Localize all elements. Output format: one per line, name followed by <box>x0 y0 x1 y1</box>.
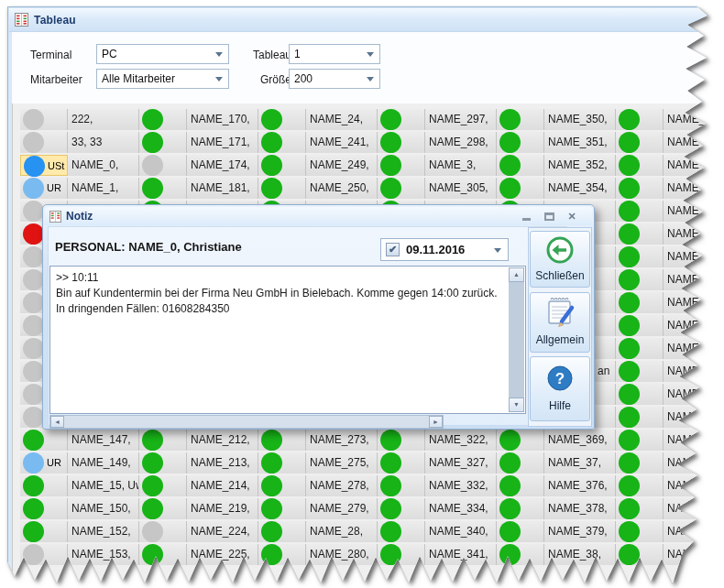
status-cell[interactable] <box>497 452 544 474</box>
status-cell[interactable]: USt <box>20 155 68 176</box>
status-cell[interactable] <box>616 407 664 428</box>
employee-name-cell[interactable]: NAME_376, <box>544 475 616 496</box>
employee-name-cell[interactable]: 222, <box>68 109 139 130</box>
status-cell[interactable] <box>20 544 68 565</box>
status-cell[interactable] <box>378 132 425 153</box>
status-cell[interactable] <box>139 452 187 474</box>
status-cell[interactable] <box>139 498 187 519</box>
employee-name-cell[interactable]: NAME_435, <box>664 521 724 542</box>
status-cell[interactable] <box>258 132 306 153</box>
employee-name-cell[interactable]: NAME_170, <box>187 109 258 130</box>
tableau-titlebar[interactable]: Tableau <box>9 8 707 32</box>
status-cell[interactable] <box>378 430 425 451</box>
status-cell[interactable] <box>378 109 425 130</box>
employee-name-cell[interactable]: NAME_387, <box>664 109 724 130</box>
status-cell[interactable] <box>497 521 544 542</box>
employee-name-cell[interactable]: NAME_241, <box>306 132 378 153</box>
employee-name-cell[interactable]: NAME_278, <box>306 475 378 496</box>
employee-name-cell[interactable]: NAME_147, <box>68 430 139 451</box>
vertical-scrollbar[interactable]: ▲ ▼ <box>509 267 524 412</box>
status-cell[interactable] <box>139 475 187 496</box>
employee-name-cell[interactable]: NAME_4, P <box>664 201 724 222</box>
status-cell[interactable] <box>616 544 664 565</box>
schliessen-button[interactable]: Schließen <box>530 231 590 288</box>
employee-name-cell[interactable]: NAME_428, <box>664 452 724 474</box>
employee-name-cell[interactable]: NAME_430, <box>664 475 724 496</box>
employee-name-cell[interactable]: NAME_414, <box>664 361 724 382</box>
status-cell[interactable] <box>20 521 68 542</box>
employee-name-cell[interactable]: NAME_1, <box>68 178 139 199</box>
employee-name-cell[interactable]: NAME_420, <box>664 430 724 451</box>
employee-name-cell[interactable]: NAME_350, <box>544 109 616 130</box>
status-cell[interactable] <box>258 452 306 474</box>
status-cell[interactable] <box>616 338 664 359</box>
date-checkbox[interactable]: ✔ <box>386 243 400 256</box>
terminal-select[interactable]: PC <box>96 44 229 64</box>
employee-name-cell[interactable]: NAME_171, <box>187 132 258 153</box>
employee-name-cell[interactable]: NAME_297, <box>425 109 497 130</box>
employee-name-cell[interactable]: NAME_354, <box>544 178 616 199</box>
employee-name-cell[interactable]: NAME_405, <box>664 269 724 290</box>
employee-name-cell[interactable]: NAME_24, <box>306 109 378 130</box>
employee-name-cell[interactable]: NAME_38, <box>544 544 616 565</box>
scroll-right-icon[interactable]: ► <box>429 416 443 428</box>
status-cell[interactable] <box>258 521 306 542</box>
status-cell[interactable] <box>258 178 306 199</box>
employee-name-cell[interactable]: NAME_174, <box>187 155 258 176</box>
employee-name-cell[interactable]: NAME_352, <box>544 155 616 176</box>
status-cell[interactable] <box>616 315 664 336</box>
employee-name-cell[interactable]: NAME_351, <box>544 132 616 153</box>
employee-name-cell[interactable]: NAME_0, <box>68 155 139 176</box>
status-cell[interactable] <box>616 109 664 130</box>
status-cell[interactable] <box>616 475 664 496</box>
status-cell[interactable]: UR <box>20 178 68 199</box>
employee-name-cell[interactable]: NAME_407, <box>664 292 724 313</box>
employee-name-cell[interactable]: NAME_279, <box>306 498 378 519</box>
status-cell[interactable] <box>616 498 664 519</box>
status-cell[interactable] <box>20 475 68 496</box>
employee-name-cell[interactable]: NAME_275, <box>306 452 378 474</box>
employee-name-cell[interactable]: NAME_334, <box>425 498 497 519</box>
status-cell[interactable] <box>497 178 544 199</box>
employee-name-cell[interactable]: NAME_212, <box>187 430 258 451</box>
employee-name-cell[interactable]: NAME_391, <box>664 155 724 176</box>
employee-name-cell[interactable]: NAME_369, <box>544 430 616 451</box>
scroll-down-icon[interactable]: ▼ <box>509 397 524 412</box>
employee-name-cell[interactable]: NAME_437, <box>664 544 724 565</box>
status-cell[interactable] <box>20 498 68 519</box>
employee-name-cell[interactable]: NAME_403, <box>664 223 724 245</box>
employee-name-cell[interactable]: NAME_42, <box>664 407 724 428</box>
status-cell[interactable] <box>497 109 544 130</box>
status-cell[interactable]: UR <box>20 452 68 474</box>
status-cell[interactable] <box>497 132 544 153</box>
horizontal-scrollbar[interactable]: ◄ ► <box>49 415 444 429</box>
status-cell[interactable] <box>139 544 187 565</box>
status-cell[interactable] <box>378 155 425 176</box>
status-cell[interactable] <box>258 544 306 565</box>
status-cell[interactable] <box>378 178 425 199</box>
hilfe-button[interactable]: ? Hilfe <box>530 356 590 421</box>
status-cell[interactable] <box>616 132 664 153</box>
employee-name-cell[interactable]: NAME_341, <box>425 544 497 565</box>
status-cell[interactable] <box>616 246 664 267</box>
status-cell[interactable] <box>20 430 68 451</box>
employee-name-cell[interactable]: NAME_404, <box>664 246 724 267</box>
allgemein-button[interactable]: Allgemein <box>530 292 590 353</box>
note-textarea[interactable]: >> 10:11 Bin auf Kundentermin bei der Fi… <box>49 266 526 414</box>
employee-name-cell[interactable]: NAME_280, <box>306 544 378 565</box>
employee-name-cell[interactable]: NAME_390, <box>664 132 724 153</box>
status-cell[interactable] <box>378 544 425 565</box>
employee-name-cell[interactable]: NAME_273, <box>306 430 378 451</box>
employee-name-cell[interactable]: NAME_219, <box>187 498 258 519</box>
employee-name-cell[interactable]: NAME_416, <box>664 384 724 405</box>
status-cell[interactable] <box>378 521 425 542</box>
employee-name-cell[interactable]: NAME_152, <box>68 521 139 542</box>
status-cell[interactable] <box>616 452 664 474</box>
status-cell[interactable] <box>616 269 664 290</box>
employee-name-cell[interactable]: NAME_250, <box>306 178 378 199</box>
status-cell[interactable] <box>378 475 425 496</box>
employee-name-cell[interactable]: NAME_214, <box>187 475 258 496</box>
status-cell[interactable] <box>497 544 544 565</box>
employee-name-cell[interactable]: NAME_150, <box>68 498 139 519</box>
employee-name-cell[interactable]: NAME_409, <box>664 315 724 336</box>
